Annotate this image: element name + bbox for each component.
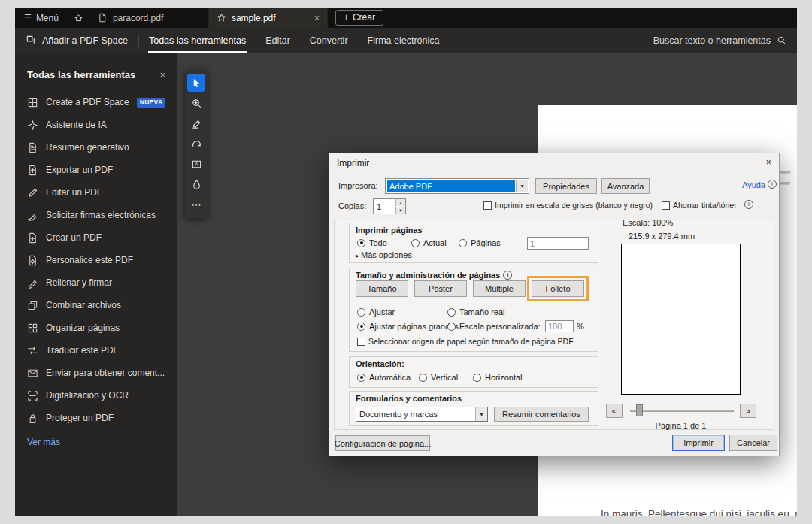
fill-tool-button[interactable] (187, 175, 205, 193)
copies-value: 1 (377, 202, 381, 211)
sidebar-item-proteger-pdf[interactable]: Proteger un PDF (15, 407, 177, 429)
fill-icon (191, 179, 202, 190)
sidebar-item-rellenar-firmar[interactable]: Rellenar y firmar (15, 271, 177, 294)
tab-paracord-pdf[interactable]: paracord.pdf (90, 8, 209, 28)
print-dialog: Imprimir Impresora: Adobe PDF Propiedade… (329, 153, 780, 456)
sidebar-item-organizar-paginas[interactable]: Organizar páginas (15, 317, 177, 339)
ink-info-icon[interactable] (744, 200, 753, 209)
radio-horizontal[interactable]: Horizontal (473, 373, 523, 382)
pages-range-input[interactable]: 1 (527, 237, 589, 250)
tab-editar[interactable]: Editar (256, 28, 300, 53)
more-options-expander[interactable]: Más opciones (356, 250, 412, 259)
multiple-button[interactable]: Múltiple (473, 280, 526, 297)
combine-files-icon (27, 300, 38, 311)
radio-dot (357, 323, 365, 331)
radio-todo[interactable]: Todo (357, 238, 387, 247)
booklet-button[interactable]: Folleto (532, 280, 584, 297)
copies-stepper[interactable]: 1 (373, 198, 406, 214)
more-tools-button[interactable] (187, 195, 205, 214)
highlighter-tool-button[interactable] (187, 114, 205, 132)
forms-comments-group: Formularios y comentarios Documento y ma… (349, 391, 598, 426)
sidebar-item-editar-pdf[interactable]: Editar un PDF (15, 181, 177, 204)
close-dialog-icon[interactable] (765, 156, 771, 168)
radio-dot (411, 239, 420, 247)
previous-page-button[interactable]: < (606, 404, 623, 418)
lasso-tool-button[interactable] (187, 135, 205, 153)
add-text-tool-button[interactable] (187, 155, 205, 173)
stepper-down-icon[interactable] (395, 207, 405, 214)
help-link[interactable]: Ayuda (742, 180, 765, 189)
see-more-link[interactable]: Ver más (27, 437, 177, 447)
sidebar-item-enviar-comentarios[interactable]: Enviar para obtener coment... (15, 362, 177, 384)
home-button[interactable] (68, 8, 90, 28)
properties-button[interactable]: Propiedades (535, 178, 597, 194)
close-sidebar-icon[interactable] (159, 69, 165, 80)
sidebar-item-traducir-pdf[interactable]: Traducir este PDF (15, 339, 177, 362)
sidebar-item-exportar-pdf[interactable]: Exportar un PDF (15, 159, 177, 181)
custom-scale-input[interactable]: 100 (545, 320, 574, 332)
sidebar-item-combinar-archivos[interactable]: Combinar archivos (15, 294, 177, 317)
radio-dot (357, 308, 365, 317)
forms-comments-title: Formularios y comentarios (356, 394, 462, 403)
page-slider-thumb[interactable] (636, 404, 643, 416)
search-tools-button[interactable]: Buscar texto o herramientas (643, 35, 797, 46)
help-info-icon[interactable] (768, 180, 777, 189)
radio-actual[interactable]: Actual (411, 238, 447, 247)
forms-comments-dropdown[interactable]: Documento y marcas (356, 407, 488, 422)
close-tab-icon[interactable] (314, 13, 320, 23)
radio-escala-personalizada[interactable]: Escala personalizada: (447, 322, 541, 331)
add-to-pdf-space-button[interactable]: Añadir a PDF Space (15, 28, 138, 53)
radio-ajustar-paginas-grandes[interactable]: Ajustar páginas grandes (357, 322, 459, 331)
printer-dropdown[interactable]: Adobe PDF (385, 178, 529, 194)
radio-ajustar[interactable]: Ajustar (357, 307, 395, 317)
text-line: In mauris. Pellentesque dui nisi, iaculi… (601, 508, 797, 516)
tab-firma-electronica[interactable]: Firma electrónica (358, 28, 450, 53)
size-button[interactable]: Tamaño (356, 280, 408, 297)
radio-dot (357, 239, 365, 247)
radio-automatica[interactable]: Automática (357, 373, 411, 382)
sidebar-item-digitalizacion-ocr[interactable]: Digitalización y OCR (15, 384, 177, 407)
cancel-button[interactable]: Cancelar (729, 435, 777, 451)
create-button[interactable]: Crear (335, 10, 383, 26)
create-pdf-icon (27, 232, 38, 244)
document-icon (98, 13, 108, 23)
radio-vertical[interactable]: Vertical (419, 373, 458, 382)
zoom-tool-button[interactable] (187, 94, 205, 112)
sidebar-item-create-pdf-space[interactable]: Create a PDF Space NUEVA (15, 91, 177, 114)
radio-tamano-real[interactable]: Tamaño real (447, 307, 505, 317)
tab-sample-pdf[interactable]: sample.pdf (209, 8, 328, 28)
next-page-button[interactable]: > (740, 404, 756, 418)
checkbox-box (662, 201, 670, 210)
orientation-group: Orientación: Automática Vertical Horizon… (349, 356, 598, 388)
menu-button[interactable]: Menú (15, 8, 68, 28)
paper-source-checkbox[interactable]: Seleccionar origen de papel según tamaño… (357, 337, 574, 346)
page-slider-track[interactable] (630, 410, 734, 412)
sidebar-item-crear-pdf[interactable]: Crear un PDF (15, 226, 177, 249)
poster-button[interactable]: Póster (414, 280, 467, 297)
main-toolbar: Añadir a PDF Space Todas las herramienta… (15, 28, 797, 53)
page-setup-button[interactable]: Configuración de página... (335, 435, 430, 451)
advanced-button[interactable]: Avanzada (601, 178, 650, 194)
window-tab-bar: Menú paracord.pdf sample.pdf Crear (15, 8, 797, 28)
sizing-info-icon[interactable] (503, 271, 512, 280)
tab-convertir[interactable]: Convertir (300, 28, 358, 53)
radio-paginas[interactable]: Páginas (459, 238, 501, 247)
grayscale-checkbox[interactable]: Imprimir en escala de grises (blanco y n… (483, 201, 653, 210)
tab-todas-las-herramientas[interactable]: Todas las herramientas (139, 28, 256, 53)
sidebar-item-asistente-ia[interactable]: Asistente de IA (15, 114, 177, 136)
sidebar-item-personalice-pdf[interactable]: Personalice este PDF (15, 249, 177, 271)
summarize-comments-button[interactable]: Resumir comentarios (494, 407, 589, 422)
zoom-icon (191, 98, 202, 109)
search-label: Buscar texto o herramientas (653, 35, 771, 46)
page-sizing-group: Tamaño y administración de páginas Tamañ… (349, 268, 598, 352)
printer-selected-value: Adobe PDF (387, 180, 515, 192)
stepper-up-icon[interactable] (395, 199, 405, 206)
select-tool-button[interactable] (187, 74, 205, 92)
checkbox-box (483, 201, 492, 210)
print-button[interactable]: Imprimir (672, 435, 725, 451)
save-ink-checkbox[interactable]: Ahorrar tinta/tóner (662, 201, 737, 210)
nueva-badge: NUEVA (137, 98, 166, 108)
sidebar-item-solicitar-firmas[interactable]: Solicitar firmas electrónicas (15, 204, 177, 226)
chevron-down-icon[interactable] (516, 180, 528, 192)
sidebar-item-resumen-generativo[interactable]: Resumen generativo (15, 136, 177, 159)
